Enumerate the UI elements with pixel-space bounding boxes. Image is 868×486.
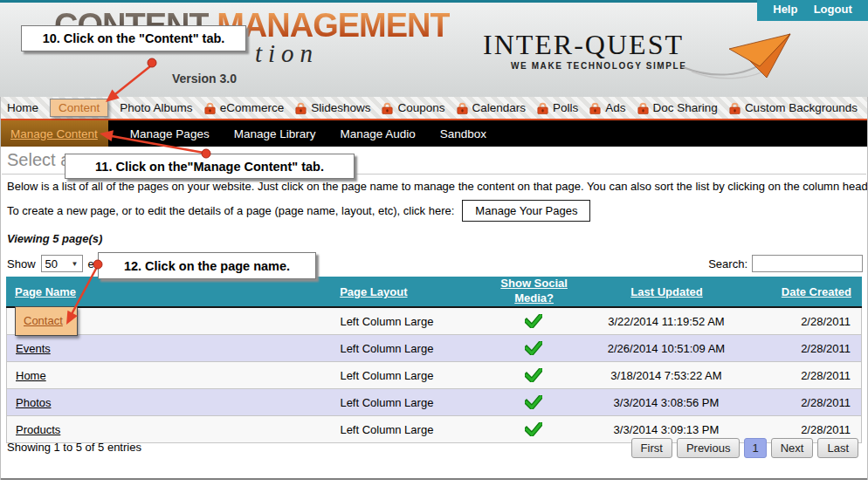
manage-your-pages-button[interactable]: Manage Your Pages xyxy=(462,200,590,222)
nav-tab-photo-albums[interactable]: Photo Albums xyxy=(120,101,192,114)
lock-icon xyxy=(729,102,741,114)
help-bar: Help Logout xyxy=(757,0,868,21)
social-media-cell xyxy=(479,368,589,383)
nav-tab-polls[interactable]: Polls xyxy=(537,101,578,114)
viewing-count-text: Viewing 5 page(s) xyxy=(7,232,102,245)
col-header-date-created[interactable]: Date Created xyxy=(744,284,862,299)
nav-tab-ecommerce[interactable]: eCommerce xyxy=(204,101,285,114)
social-media-cell xyxy=(479,395,589,410)
cms-page: CONTENT MANAGEMENT tion Version 3.0 INTE… xyxy=(0,0,868,486)
subnav-tab-manage-library[interactable]: Manage Library xyxy=(231,127,319,140)
create-page-row: To create a new page, or to edit the det… xyxy=(7,200,590,222)
date-created-cell: 2/28/2011 xyxy=(743,396,861,409)
check-icon xyxy=(525,368,542,382)
col-header-page-name[interactable]: Page Name xyxy=(6,284,340,299)
page-name-cell: Events xyxy=(7,342,340,355)
col-header-show-social-media[interactable]: Show Social Media? xyxy=(479,277,589,306)
lock-icon xyxy=(382,102,393,114)
brand-tagline: WE MAKE TECHNOLOGY SIMPLE xyxy=(511,61,687,71)
date-created-cell: 2/28/2011 xyxy=(743,369,861,382)
table-row-contact: Contact Left Column Large 3/22/2014 11:1… xyxy=(7,308,861,335)
last-updated-cell: 3/22/2014 11:19:52 AM xyxy=(589,315,743,328)
col-header-last-updated[interactable]: Last Updated xyxy=(589,284,743,299)
pagination-last-button[interactable]: Last xyxy=(817,438,858,458)
intro-text: Below is a list of all of the pages on y… xyxy=(7,180,868,193)
nav-tab-coupons[interactable]: Coupons xyxy=(382,101,444,114)
entries-per-page-select[interactable]: 50 ▼ xyxy=(41,255,83,272)
check-icon xyxy=(525,341,542,355)
page-layout-cell: Left Column Large xyxy=(340,396,478,409)
nav-tab-label: Polls xyxy=(553,101,578,114)
subnav-tab-manage-pages[interactable]: Manage Pages xyxy=(127,127,212,140)
last-updated-cell: 3/3/2014 3:09:13 PM xyxy=(589,423,743,436)
nav-tab-slideshows[interactable]: Slideshows xyxy=(295,101,370,114)
table-header-row: Page Name Page Layout Show Social Media?… xyxy=(6,277,862,308)
page-name-cell: Home xyxy=(7,369,340,382)
page-name-link-products[interactable]: Products xyxy=(16,423,60,436)
nav-tab-label: Custom Backgrounds xyxy=(745,101,858,114)
nav-tab-label: Ads xyxy=(605,101,625,114)
nav-tab-label: eCommerce xyxy=(220,101,285,114)
logout-button[interactable]: Logout xyxy=(814,3,852,16)
page-name-link-photos[interactable]: Photos xyxy=(16,396,51,409)
nav-tab-label: Content xyxy=(59,101,100,114)
subnav-tab-manage-content[interactable]: Manage Content xyxy=(0,120,108,147)
nav-tab-content[interactable]: Content xyxy=(50,99,108,117)
chevron-down-icon: ▼ xyxy=(72,260,79,268)
sub-nav: Manage Content Manage Pages Manage Libra… xyxy=(0,120,868,147)
callout-step-10: 10. Click on the "Content" tab. xyxy=(21,25,246,51)
lock-icon xyxy=(537,102,548,114)
table-row-events: Events Left Column Large 2/26/2014 10:51… xyxy=(7,335,861,362)
date-created-cell: 2/28/2011 xyxy=(743,315,861,328)
paper-plane-icon xyxy=(681,24,796,83)
nav-tab-label: Coupons xyxy=(397,101,444,114)
nav-tab-ads[interactable]: Ads xyxy=(589,101,625,114)
nav-tab-label: Doc Sharing xyxy=(653,101,718,114)
col-header-page-layout[interactable]: Page Layout xyxy=(340,284,479,299)
page-name-cell: Products xyxy=(7,423,340,436)
page-name-cell: Contact xyxy=(7,306,340,336)
lock-icon xyxy=(204,102,216,114)
page-layout-cell: Left Column Large xyxy=(340,369,478,382)
search-control: Search: xyxy=(708,255,863,272)
page-name-link-contact[interactable]: Contact xyxy=(24,314,63,327)
nav-tab-label: Slideshows xyxy=(311,101,370,114)
bottom-rule xyxy=(0,478,868,480)
last-updated-cell: 3/18/2014 7:53:22 AM xyxy=(589,369,743,382)
page-name-link-events[interactable]: Events xyxy=(16,342,51,355)
lock-icon xyxy=(295,102,307,114)
pagination-next-button[interactable]: Next xyxy=(771,438,814,458)
search-input[interactable] xyxy=(752,255,863,272)
left-page-border xyxy=(0,97,1,480)
page-name-link-home[interactable]: Home xyxy=(16,369,46,382)
table-row-home: Home Left Column Large 3/18/2014 7:53:22… xyxy=(7,362,861,389)
pagination: First Previous 1 Next Last xyxy=(631,438,858,458)
col-header-label: Date Created xyxy=(782,285,851,298)
check-icon xyxy=(525,422,542,436)
create-page-text: To create a new page, or to edit the det… xyxy=(7,204,454,217)
col-header-label: Show Social Media? xyxy=(494,277,575,306)
brand-logo: INTER-QUEST WE MAKE TECHNOLOGY SIMPLE xyxy=(483,31,687,71)
col-header-label: Page Layout xyxy=(340,285,407,298)
subnav-tab-manage-audio[interactable]: Manage Audio xyxy=(337,127,417,140)
pages-table: Page Name Page Layout Show Social Media?… xyxy=(6,277,862,443)
logo-script-text: tion xyxy=(255,39,319,68)
date-created-cell: 2/28/2011 xyxy=(743,342,861,355)
pagination-first-button[interactable]: First xyxy=(631,438,672,458)
nav-tab-doc-sharing[interactable]: Doc Sharing xyxy=(637,101,718,114)
nav-tab-custom-backgrounds[interactable]: Custom Backgrounds xyxy=(729,101,858,114)
pagination-previous-button[interactable]: Previous xyxy=(677,438,741,458)
callout-step-11: 11. Click on the"Manage Content" tab. xyxy=(65,154,355,179)
show-label: Show xyxy=(7,257,36,270)
version-label: Version 3.0 xyxy=(172,72,237,86)
page-layout-cell: Left Column Large xyxy=(340,342,478,355)
callout-step-12: 12. Click on the page name. xyxy=(98,252,316,279)
nav-tab-calendars[interactable]: Calendars xyxy=(457,101,527,114)
check-icon xyxy=(525,395,542,409)
help-button[interactable]: Help xyxy=(773,3,797,16)
table-row-photos: Photos Left Column Large 3/3/2014 3:08:5… xyxy=(7,389,861,416)
nav-tab-home[interactable]: Home xyxy=(7,101,38,114)
lock-icon xyxy=(589,102,601,114)
subnav-tab-sandbox[interactable]: Sandbox xyxy=(437,127,489,140)
pagination-page-1-button[interactable]: 1 xyxy=(744,438,766,458)
